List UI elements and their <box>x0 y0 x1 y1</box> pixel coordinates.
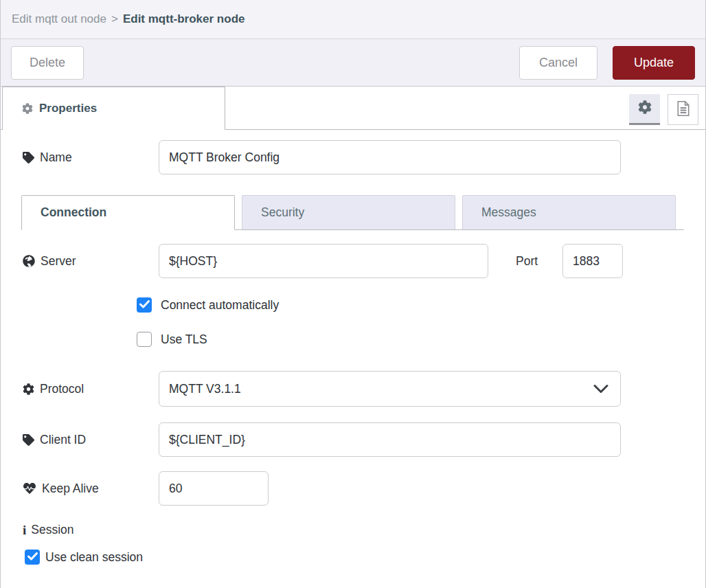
edit-description-button[interactable] <box>668 94 698 125</box>
breadcrumb-current: Edit mqtt-broker node <box>123 12 245 26</box>
tabbar-buttons <box>629 94 698 125</box>
client-id-input[interactable] <box>159 422 621 457</box>
connect-auto-checkbox[interactable] <box>137 297 152 313</box>
name-input[interactable] <box>159 140 621 174</box>
name-row: Name <box>1 140 705 174</box>
client-id-label-text: Client ID <box>40 433 86 447</box>
session-section-label: i Session <box>1 523 705 537</box>
subtab-security[interactable]: Security <box>242 195 455 229</box>
use-tls-label[interactable]: Use TLS <box>161 332 207 347</box>
edit-properties-button[interactable] <box>629 94 660 125</box>
keep-alive-label-text: Keep Alive <box>42 482 99 496</box>
update-button[interactable]: Update <box>613 46 695 80</box>
protocol-label: Protocol <box>23 382 159 396</box>
name-label-text: Name <box>40 150 72 165</box>
client-id-row: Client ID <box>1 422 705 457</box>
tab-properties[interactable]: Properties <box>2 87 225 130</box>
tag-icon <box>23 434 34 446</box>
gear-icon <box>638 100 652 117</box>
clean-session-checkbox[interactable] <box>25 550 40 565</box>
delete-button[interactable]: Delete <box>11 46 84 80</box>
gear-icon <box>22 103 33 114</box>
toolbar-right-group: Cancel Update <box>519 46 695 80</box>
gear-icon <box>23 383 34 395</box>
use-tls-row: Use TLS <box>1 332 705 347</box>
check-icon <box>139 299 150 311</box>
connect-auto-row: Connect automatically <box>1 297 705 313</box>
connect-auto-label[interactable]: Connect automatically <box>161 298 279 313</box>
subtab-messages[interactable]: Messages <box>462 195 676 229</box>
info-icon: i <box>23 523 26 536</box>
cancel-button[interactable]: Cancel <box>519 46 597 80</box>
check-icon <box>27 551 38 563</box>
broker-subtabs: Connection Security Messages <box>21 195 684 230</box>
server-row: Server Port <box>1 244 705 278</box>
protocol-row: Protocol MQTT V3.1.1 <box>1 371 705 407</box>
keep-alive-label: Keep Alive <box>23 482 159 496</box>
keep-alive-row: Keep Alive <box>1 471 705 506</box>
chevron-down-icon <box>593 383 608 397</box>
client-id-label: Client ID <box>23 433 159 447</box>
document-icon <box>676 100 691 120</box>
breadcrumb-separator: > <box>111 12 118 26</box>
keep-alive-input[interactable] <box>159 471 269 506</box>
node-config-form: Name Connection Security Messages Server… <box>1 140 705 565</box>
subtab-connection[interactable]: Connection <box>21 195 235 230</box>
server-label-text: Server <box>41 254 76 269</box>
clean-session-label[interactable]: Use clean session <box>45 550 143 565</box>
protocol-select-value: MQTT V3.1.1 <box>169 382 241 396</box>
tag-icon <box>23 152 34 163</box>
use-tls-checkbox[interactable] <box>137 332 152 347</box>
server-input[interactable] <box>159 244 488 278</box>
tab-properties-label: Properties <box>39 102 97 115</box>
session-label-text: Session <box>31 523 73 537</box>
editor-tabbar: Properties <box>1 87 705 130</box>
protocol-select[interactable]: MQTT V3.1.1 <box>159 371 621 407</box>
protocol-label-text: Protocol <box>40 382 84 396</box>
name-label: Name <box>23 150 159 165</box>
heartbeat-icon <box>23 482 36 495</box>
port-input[interactable] <box>562 244 623 278</box>
dialog-toolbar: Delete Cancel Update <box>1 39 705 87</box>
port-label: Port <box>516 254 538 269</box>
breadcrumb: Edit mqtt out node > Edit mqtt-broker no… <box>1 0 705 39</box>
server-label: Server <box>23 254 159 269</box>
breadcrumb-parent[interactable]: Edit mqtt out node <box>12 12 106 26</box>
clean-session-row: Use clean session <box>1 550 705 565</box>
edit-mqtt-broker-dialog: Edit mqtt out node > Edit mqtt-broker no… <box>0 0 706 588</box>
globe-icon <box>23 255 35 267</box>
